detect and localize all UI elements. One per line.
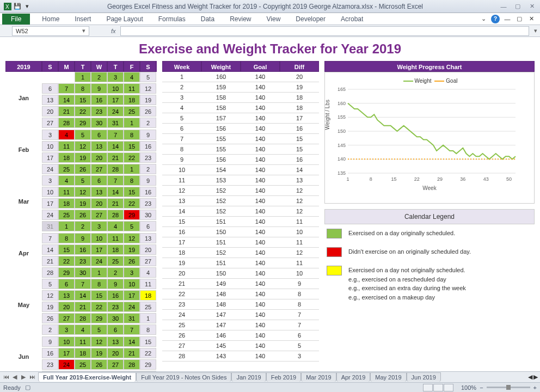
calendar-day[interactable]: 10	[91, 233, 107, 243]
calendar-day[interactable]: 30	[91, 118, 107, 128]
calendar-day[interactable]: 22	[140, 348, 156, 358]
week-row[interactable]: 415814018	[162, 103, 319, 113]
calendar-day[interactable]: 13	[91, 187, 107, 197]
calendar-day[interactable]: 24	[42, 210, 58, 220]
sheet-tab[interactable]: Jun 2019	[407, 372, 441, 382]
calendar-day[interactable]: 5	[124, 221, 140, 231]
week-row[interactable]: 615614016	[162, 124, 319, 134]
calendar-day[interactable]: 26	[124, 256, 140, 266]
tab-last-icon[interactable]: ⏭	[28, 373, 36, 381]
calendar-day[interactable]: 28	[42, 267, 58, 278]
calendar-day[interactable]: 23	[91, 106, 107, 117]
calendar-day[interactable]: 11	[124, 83, 140, 94]
calendar-day[interactable]: 18	[107, 244, 124, 255]
calendar-day[interactable]: 21	[58, 106, 75, 117]
calendar-day[interactable]: 2	[75, 221, 91, 231]
sheet-tab[interactable]: Mar 2019	[301, 372, 336, 382]
calendar-day[interactable]: 28	[58, 118, 75, 128]
calendar-day[interactable]: 27	[107, 359, 124, 370]
calendar-day[interactable]: 8	[140, 324, 156, 335]
close-button[interactable]: ✕	[527, 3, 537, 10]
calendar-day[interactable]: 9	[140, 130, 156, 140]
calendar-day[interactable]: 10	[107, 83, 124, 94]
window-min-icon[interactable]: —	[503, 15, 512, 23]
calendar-day[interactable]: 15	[140, 336, 156, 347]
tab-scroll-right-icon[interactable]: ▶	[533, 373, 538, 381]
week-row[interactable]: 211491409	[162, 279, 319, 289]
calendar-day[interactable]: 22	[75, 106, 91, 117]
calendar-day[interactable]: 14	[107, 187, 124, 197]
calendar-day[interactable]: 20	[42, 106, 58, 117]
calendar-day[interactable]: 20	[58, 302, 75, 312]
window-close-icon[interactable]: ✕	[527, 15, 536, 23]
week-row[interactable]: 815514015	[162, 144, 319, 155]
calendar-day[interactable]: 25	[107, 256, 124, 266]
calendar-day[interactable]: 21	[124, 348, 140, 358]
calendar-day[interactable]: 20	[107, 348, 124, 358]
calendar-day[interactable]: 11	[58, 141, 75, 151]
calendar-day[interactable]: 21	[107, 198, 124, 209]
ribbon-tab-view[interactable]: View	[259, 14, 289, 24]
calendar-day[interactable]: 6	[91, 130, 107, 140]
week-row[interactable]: 715514015	[162, 134, 319, 144]
calendar-day[interactable]: 13	[140, 233, 156, 243]
calendar-day[interactable]: 12	[75, 187, 91, 197]
calendar-day[interactable]: 27	[91, 164, 107, 174]
calendar-day[interactable]: 18	[58, 198, 75, 209]
calendar-day[interactable]: 5	[75, 175, 91, 186]
calendar-day[interactable]: 9	[42, 336, 58, 347]
formula-bar-expand-icon[interactable]: ▾	[531, 27, 540, 34]
calendar-day[interactable]: 13	[91, 141, 107, 151]
calendar-day[interactable]: 6	[107, 324, 124, 335]
calendar-day[interactable]: 7	[124, 324, 140, 335]
calendar-day[interactable]: 8	[124, 130, 140, 140]
calendar-day[interactable]: 7	[42, 233, 58, 243]
calendar-day[interactable]: 28	[124, 359, 140, 370]
help-icon[interactable]: ?	[491, 15, 500, 23]
sheet-tab[interactable]: Feb 2019	[266, 372, 301, 382]
normal-view-icon[interactable]	[423, 384, 433, 391]
calendar-day[interactable]: 7	[107, 175, 124, 186]
calendar-day[interactable]: 4	[140, 267, 156, 278]
tab-prev-icon[interactable]: ◀	[11, 373, 19, 381]
calendar-day[interactable]: 1	[124, 118, 140, 128]
calendar-day[interactable]: 10	[58, 336, 75, 347]
name-box[interactable]: W52 ▾	[12, 26, 89, 36]
calendar-day[interactable]: 12	[140, 83, 156, 94]
calendar-day[interactable]: 16	[75, 244, 91, 255]
calendar-day[interactable]: 7	[75, 279, 91, 289]
calendar-day[interactable]: 22	[91, 302, 107, 312]
calendar-day[interactable]: 3	[91, 221, 107, 231]
calendar-day[interactable]: 30	[107, 313, 124, 323]
file-tab[interactable]: File	[2, 14, 30, 24]
calendar-day[interactable]: 22	[58, 256, 75, 266]
namebox-dropdown-icon[interactable]: ▾	[82, 27, 85, 34]
calendar-day[interactable]: 28	[107, 164, 124, 174]
calendar-day[interactable]: 4	[58, 130, 75, 140]
calendar-day[interactable]: 19	[75, 198, 91, 209]
calendar-day[interactable]: 19	[91, 348, 107, 358]
page-break-view-icon[interactable]	[444, 384, 453, 391]
calendar-day[interactable]	[58, 72, 75, 82]
week-row[interactable]: 1015414014	[162, 165, 319, 175]
calendar-day[interactable]: 13	[107, 336, 124, 347]
calendar-day[interactable]: 24	[107, 106, 124, 117]
calendar-day[interactable]: 4	[107, 221, 124, 231]
ribbon-tab-home[interactable]: Home	[34, 14, 67, 24]
calendar-day[interactable]: 3	[107, 72, 124, 82]
calendar-day[interactable]: 5	[91, 324, 107, 335]
calendar-day[interactable]: 26	[91, 359, 107, 370]
calendar-day[interactable]: 10	[42, 141, 58, 151]
calendar-day[interactable]: 19	[124, 244, 140, 255]
week-row[interactable]: 915614016	[162, 155, 319, 165]
calendar-day[interactable]: 14	[42, 244, 58, 255]
calendar-day[interactable]: 16	[140, 141, 156, 151]
week-row[interactable]: 251471407	[162, 320, 319, 330]
calendar-day[interactable]: 27	[140, 256, 156, 266]
calendar-day[interactable]: 9	[75, 233, 91, 243]
page-layout-view-icon[interactable]	[433, 384, 443, 391]
calendar-day[interactable]: 1	[91, 267, 107, 278]
week-row[interactable]: 1815214012	[162, 248, 319, 258]
week-row[interactable]: 1715114011	[162, 237, 319, 248]
calendar-day[interactable]: 11	[75, 336, 91, 347]
